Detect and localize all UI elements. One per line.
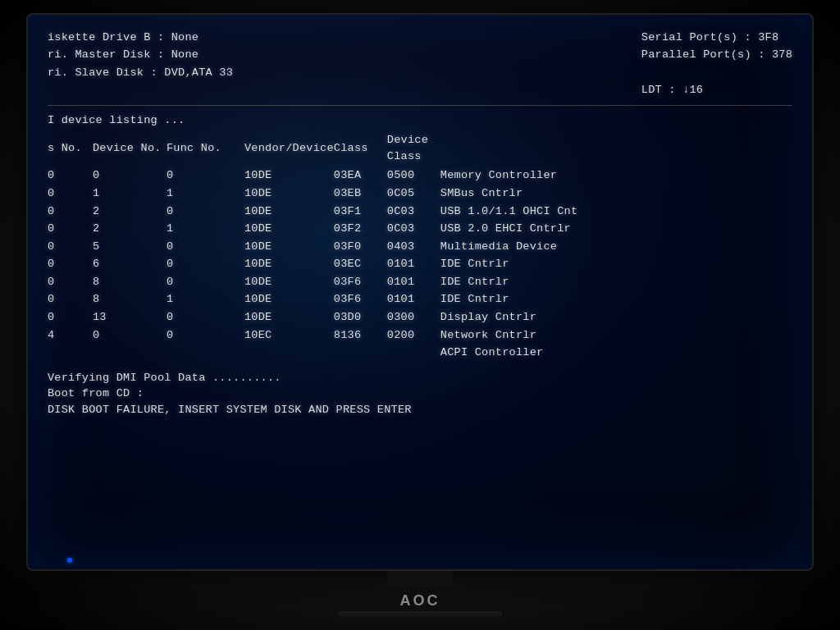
- table-row: 05010DE03F00403Multimedia Device: [48, 238, 792, 256]
- class-cell: 0101: [387, 273, 441, 291]
- vendor-cell: 10DE: [244, 273, 334, 291]
- desc-cell: IDE Cntrlr: [441, 255, 792, 273]
- device-cell: 03F1: [334, 203, 387, 221]
- dev-cell: 13: [93, 308, 167, 326]
- ldt-line: LDT : ↓16: [641, 82, 792, 98]
- vendor-cell: 10DE: [244, 290, 334, 308]
- func-cell: 0: [167, 255, 244, 273]
- class-cell: 0200: [387, 326, 441, 345]
- vendor-cell: 10DE: [244, 203, 334, 221]
- func-cell: 1: [167, 290, 244, 308]
- parallel-port-line: Parallel Port(s) : 378: [641, 47, 792, 63]
- col-vendor-header: Vendor/Device: [244, 131, 334, 167]
- table-row: ACPI Controller: [48, 344, 792, 362]
- class-cell: 0500: [387, 167, 441, 185]
- slave-disk-line: ri. Slave Disk : DVD,ATA 33: [48, 65, 233, 81]
- top-left-info: iskette Drive B : None ri. Master Disk :…: [48, 30, 233, 98]
- monitor-neck: [387, 571, 453, 587]
- dev-cell: 2: [93, 203, 167, 221]
- desc-cell: IDE Cntrlr: [441, 290, 792, 308]
- spacer-line: [641, 65, 792, 81]
- table-row: 40010EC81360200Network Cntrlr: [48, 326, 792, 345]
- bus-cell: 0: [48, 185, 93, 203]
- bus-cell: 0: [48, 238, 93, 256]
- vendor-cell: 10DE: [244, 220, 334, 238]
- device-cell: 03F0: [334, 238, 387, 256]
- func-cell: 0: [167, 273, 244, 291]
- table-row: 02010DE03F10C03USB 1.0/1.1 OHCI Cnt: [48, 203, 792, 221]
- desc-cell: IDE Cntrlr: [441, 273, 792, 291]
- col-bus-header: s No.: [48, 131, 93, 167]
- serial-port-line: Serial Port(s) : 3F8: [641, 30, 792, 46]
- class-cell: 0403: [387, 238, 441, 256]
- dev-cell: 1: [93, 185, 167, 203]
- vendor-cell: 10EC: [244, 326, 334, 345]
- class-cell: 0300: [387, 308, 441, 326]
- desc-cell: USB 2.0 EHCI Cntrlr: [441, 220, 792, 238]
- device-cell: [334, 344, 387, 362]
- desc-cell: Multimedia Device: [441, 238, 792, 256]
- table-row: 02110DE03F20C03USB 2.0 EHCI Cntrlr: [48, 220, 792, 238]
- class-cell: 0101: [387, 255, 441, 273]
- col-device-header: Class: [334, 131, 387, 167]
- device-cell: 03EA: [334, 167, 387, 185]
- dev-cell: 6: [93, 255, 167, 273]
- vendor-cell: [244, 344, 334, 362]
- bus-cell: 0: [48, 308, 93, 326]
- dev-cell: 8: [93, 273, 167, 291]
- bus-cell: 0: [48, 167, 93, 185]
- dev-cell: 0: [93, 167, 167, 185]
- bus-cell: 0: [48, 203, 93, 221]
- dev-cell: [93, 344, 167, 362]
- desc-cell: SMBus Cntrlr: [441, 185, 792, 203]
- vendor-cell: 10DE: [244, 185, 334, 203]
- device-cell: 8136: [334, 326, 387, 345]
- device-cell: 03F2: [334, 220, 387, 238]
- top-right-info: Serial Port(s) : 3F8 Parallel Port(s) : …: [641, 30, 792, 98]
- top-section: iskette Drive B : None ri. Master Disk :…: [48, 30, 792, 98]
- desc-cell: Display Cntrlr: [441, 308, 792, 326]
- bus-cell: [48, 344, 93, 362]
- pci-tbody: 00010DE03EA0500Memory Controller01110DE0…: [48, 167, 792, 361]
- dev-cell: 8: [93, 290, 167, 308]
- col-func-header: Func No.: [167, 131, 244, 167]
- monitor-outer: iskette Drive B : None ri. Master Disk :…: [0, 0, 840, 630]
- monitor-brand: AOC: [400, 592, 441, 609]
- device-cell: 03F6: [334, 290, 387, 308]
- func-cell: 0: [167, 203, 244, 221]
- vendor-cell: 10DE: [244, 255, 334, 273]
- desc-cell: Network Cntrlr: [441, 326, 792, 345]
- bottom-section: Verifying DMI Pool Data .......... Boot …: [48, 370, 792, 418]
- class-cell: [387, 344, 441, 362]
- disk-failure-line: DISK BOOT FAILURE, INSERT SYSTEM DISK AN…: [48, 402, 792, 418]
- bus-cell: 4: [48, 326, 93, 345]
- desc-cell: USB 1.0/1.1 OHCI Cnt: [441, 203, 792, 221]
- pci-title: I device listing ...: [48, 112, 792, 129]
- device-cell: 03EB: [334, 185, 387, 203]
- col-class-header: Device Class: [387, 131, 441, 167]
- bus-cell: 0: [48, 220, 93, 238]
- monitor-base: [338, 611, 502, 618]
- bus-cell: 0: [48, 255, 93, 273]
- boot-cd-line: Boot from CD :: [48, 386, 792, 402]
- table-row: 06010DE03EC0101IDE Cntrlr: [48, 255, 792, 273]
- class-cell: 0C03: [387, 220, 441, 238]
- table-row: 08110DE03F60101IDE Cntrlr: [48, 290, 792, 308]
- table-row: 00010DE03EA0500Memory Controller: [48, 167, 792, 185]
- func-cell: 1: [167, 185, 244, 203]
- pci-header-row: s No. Device No. Func No. Vendor/Device …: [48, 131, 792, 167]
- dmi-pool-line: Verifying DMI Pool Data ..........: [48, 370, 792, 386]
- vendor-cell: 10DE: [244, 238, 334, 256]
- col-dev-header: Device No.: [93, 131, 167, 167]
- table-row: 08010DE03F60101IDE Cntrlr: [48, 273, 792, 291]
- device-cell: 03F6: [334, 273, 387, 291]
- class-cell: 0C05: [387, 185, 441, 203]
- bus-cell: 0: [48, 273, 93, 291]
- table-row: 01110DE03EB0C05SMBus Cntrlr: [48, 185, 792, 203]
- func-cell: 0: [167, 308, 244, 326]
- class-cell: 0C03: [387, 203, 441, 221]
- bus-cell: 0: [48, 290, 93, 308]
- func-cell: [167, 344, 244, 362]
- func-cell: 0: [167, 167, 244, 185]
- desc-cell: Memory Controller: [441, 167, 792, 185]
